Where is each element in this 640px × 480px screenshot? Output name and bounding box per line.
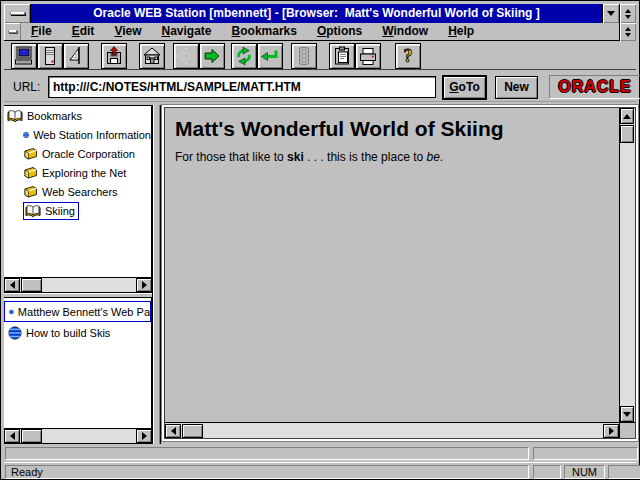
paragraph-text: For those that like to bbox=[175, 150, 287, 164]
save-upload-button[interactable] bbox=[101, 43, 127, 69]
document-menu-button[interactable] bbox=[4, 23, 21, 40]
sidebar-splitter[interactable] bbox=[152, 105, 161, 444]
workstation-button[interactable] bbox=[11, 43, 37, 69]
page-label: How to build Skis bbox=[26, 327, 110, 339]
print-button[interactable] bbox=[355, 43, 381, 69]
bookmark-label: Skiing bbox=[45, 205, 75, 217]
restore-button[interactable] bbox=[619, 4, 636, 23]
menu-help[interactable]: Help bbox=[438, 23, 484, 40]
goto-button-label: GoTo bbox=[444, 77, 485, 97]
back-button[interactable] bbox=[173, 43, 199, 69]
book-icon bbox=[23, 185, 38, 198]
copy-button[interactable] bbox=[329, 43, 355, 69]
menu-view[interactable]: View bbox=[104, 23, 151, 40]
forward-icon bbox=[202, 46, 222, 66]
scroll-left-button[interactable] bbox=[4, 278, 20, 292]
status-panel-scroll bbox=[608, 465, 640, 479]
oracle-logo-panel: ORACLE bbox=[549, 75, 640, 99]
scroll-thumb[interactable] bbox=[182, 424, 203, 438]
status-message: Ready bbox=[5, 465, 529, 479]
system-menu-icon bbox=[10, 12, 25, 15]
bookmark-item-web-station-information[interactable]: Web Station Information bbox=[4, 125, 151, 144]
server-icon bbox=[40, 46, 60, 66]
scroll-thumb[interactable] bbox=[620, 125, 634, 143]
bookmark-item-skiing[interactable]: Skiing bbox=[4, 201, 151, 220]
url-input[interactable] bbox=[48, 76, 436, 98]
bookmark-item-web-searchers[interactable]: Web Searchers bbox=[4, 182, 151, 201]
globe-icon bbox=[9, 305, 14, 319]
arrow-right-icon bbox=[142, 432, 147, 440]
page-content: Matt's Wonderful World of Skiing For tho… bbox=[165, 108, 619, 422]
url-label: URL: bbox=[13, 80, 40, 94]
arrow-left-icon bbox=[171, 427, 176, 435]
help-button[interactable]: ? bbox=[395, 43, 421, 69]
bookmark-item-exploring-the-net[interactable]: Exploring the Net bbox=[4, 163, 151, 182]
new-button-label: New bbox=[496, 77, 537, 97]
page-label: Matthew Bennett's Web Pa bbox=[18, 306, 150, 318]
print-icon bbox=[358, 46, 378, 66]
address-bar: URL: GoTo New ORACLE bbox=[4, 71, 636, 102]
status-bar: Ready NUM bbox=[4, 462, 636, 479]
menu-file[interactable]: File bbox=[21, 23, 62, 40]
scroll-right-button[interactable] bbox=[136, 429, 152, 443]
svg-text:?: ? bbox=[404, 46, 413, 66]
scroll-thumb[interactable] bbox=[21, 429, 42, 443]
application-window: Oracle WEB Station [mbennett] - [Browser… bbox=[0, 0, 640, 480]
menu-window[interactable]: Window bbox=[372, 23, 438, 40]
scroll-down-button[interactable] bbox=[620, 406, 634, 422]
flag-button[interactable] bbox=[63, 43, 89, 69]
arrow-right-icon bbox=[609, 427, 614, 435]
minimize-button[interactable] bbox=[602, 4, 619, 23]
scroll-thumb[interactable] bbox=[21, 278, 42, 292]
bookmarks-panel: Bookmarks Web Station Information Oracle… bbox=[4, 105, 152, 277]
scroll-left-button[interactable] bbox=[165, 424, 181, 438]
bookmark-label: Exploring the Net bbox=[42, 167, 126, 179]
bookmarks-root[interactable]: Bookmarks bbox=[4, 106, 151, 125]
goto-button[interactable]: GoTo bbox=[443, 76, 486, 99]
open-book-icon bbox=[7, 109, 23, 123]
scroll-left-button[interactable] bbox=[4, 429, 20, 443]
scroll-right-button[interactable] bbox=[136, 278, 152, 292]
stop-button[interactable] bbox=[291, 43, 317, 69]
page-item-matthew-bennetts-web-page[interactable]: Matthew Bennett's Web Pa bbox=[4, 301, 151, 322]
browser-view: Matt's Wonderful World of Skiing For tho… bbox=[162, 105, 638, 441]
page-item-how-to-build-skis[interactable]: How to build Skis bbox=[4, 322, 151, 343]
document-restore-down-icon bbox=[625, 33, 631, 37]
arrow-right-icon bbox=[142, 281, 147, 289]
open-book-icon bbox=[25, 204, 41, 218]
scroll-right-button[interactable] bbox=[603, 424, 619, 438]
forward-button[interactable] bbox=[199, 43, 225, 69]
status-num-indicator: NUM bbox=[564, 465, 605, 479]
status-strip-right bbox=[533, 447, 638, 460]
menu-navigate[interactable]: Navigate bbox=[152, 23, 222, 40]
document-restore-button[interactable] bbox=[619, 23, 636, 41]
restore-down-icon bbox=[625, 15, 631, 19]
home-icon bbox=[142, 46, 162, 66]
menu-options[interactable]: Options bbox=[307, 23, 372, 40]
new-button[interactable]: New bbox=[495, 76, 538, 99]
home-button[interactable] bbox=[139, 43, 165, 69]
pages-hscrollbar[interactable] bbox=[4, 428, 152, 444]
reload-button[interactable] bbox=[231, 43, 257, 69]
restore-up-icon bbox=[625, 9, 631, 13]
server-button[interactable] bbox=[37, 43, 63, 69]
menu-bookmarks[interactable]: Bookmarks bbox=[222, 23, 307, 40]
scroll-up-button[interactable] bbox=[620, 108, 634, 124]
bookmarks-root-label: Bookmarks bbox=[27, 110, 82, 122]
toolbar: ? bbox=[4, 41, 636, 70]
menu-edit[interactable]: Edit bbox=[62, 23, 105, 40]
reload-icon bbox=[234, 46, 254, 66]
save-upload-icon bbox=[104, 46, 124, 66]
clipboard-icon bbox=[332, 46, 352, 66]
globe-icon bbox=[23, 128, 29, 142]
paragraph-text: . . . this is the place to bbox=[304, 150, 427, 164]
arrow-down-icon bbox=[623, 412, 631, 417]
system-menu-button[interactable] bbox=[4, 4, 31, 23]
content-vscrollbar[interactable] bbox=[619, 108, 635, 422]
bookmarks-hscrollbar[interactable] bbox=[4, 277, 152, 293]
content-hscrollbar[interactable] bbox=[165, 422, 619, 438]
arrow-left-icon bbox=[10, 432, 15, 440]
return-button[interactable] bbox=[257, 43, 283, 69]
paragraph-bold-text: ski bbox=[287, 150, 304, 164]
bookmark-item-oracle-corporation[interactable]: Oracle Corporation bbox=[4, 144, 151, 163]
